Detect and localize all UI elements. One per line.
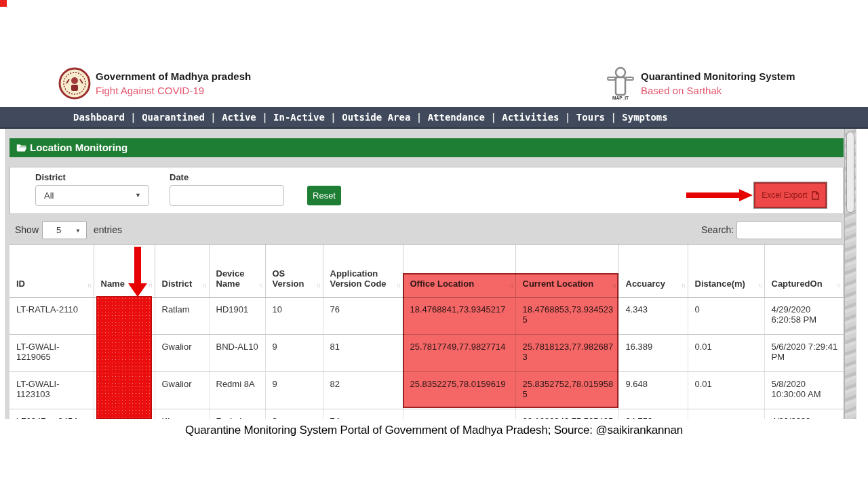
nav-separator: | [125, 112, 142, 123]
column-label: CapturedOn [772, 279, 823, 289]
caret-down-icon: ▼ [75, 222, 81, 239]
folder-open-icon [16, 143, 27, 152]
column-header-application-version-code[interactable]: Application Version Code↑↓ [323, 245, 403, 297]
cell-distance-m [688, 409, 764, 419]
sort-icon: ↑↓ [397, 282, 400, 289]
sort-icon: ↑↓ [612, 282, 616, 289]
site-title: Government of Madhya pradesh [96, 70, 251, 82]
annotation-arrow-down-shaft [134, 247, 141, 283]
column-header-os-version[interactable]: OS Version↑↓ [265, 245, 323, 297]
sort-icon: ↑↓ [259, 282, 262, 289]
cell-current-location: 22.1283949,75.5254352 [515, 409, 618, 419]
date-label: Date [170, 172, 189, 182]
excel-export-button[interactable]: Excel Export [754, 182, 827, 208]
annotation-name-column-redaction [96, 296, 152, 419]
column-label: Device Name [216, 268, 245, 289]
sort-icon: ↑↓ [758, 282, 762, 289]
column-header-office-location[interactable]: Office Location↑↓ [403, 245, 515, 297]
nav-item-attendance[interactable]: Attendance [428, 112, 485, 123]
search-input[interactable] [736, 221, 842, 239]
cell-id: LT-GWALI-1123103 [9, 371, 94, 409]
app-window: Government of Madhya pradesh Fight Again… [0, 0, 868, 488]
cell-application-version-code: 74 [323, 409, 403, 419]
cell-device-name: BND-AL10 [209, 334, 265, 371]
cell-accuarcy: 9.648 [618, 371, 688, 409]
column-header-district[interactable]: District↑↓ [155, 245, 209, 297]
entries-label: entries [94, 224, 122, 235]
nav-separator: | [256, 112, 273, 123]
column-label: Name [101, 279, 125, 289]
column-label: District [162, 279, 193, 289]
cell-current-location: 25.7818123,77.9826873 [515, 334, 618, 371]
cell-distance-m: 0 [688, 297, 764, 334]
caret-down-icon: ▼ [135, 186, 141, 205]
page-size-value: 5 [56, 225, 61, 235]
cell-application-version-code: 76 [323, 297, 403, 334]
district-select[interactable]: All ▼ [35, 185, 149, 206]
search-label: Search: [701, 224, 734, 235]
nav-item-tours[interactable]: Tours [576, 112, 605, 123]
page-size-select[interactable]: 5 ▼ [42, 221, 87, 239]
column-header-id[interactable]: ID↑↓ [9, 245, 94, 297]
cell-accuarcy: 4.343 [618, 297, 688, 334]
reset-button[interactable]: Reset [307, 186, 341, 205]
sort-icon: ↑↓ [837, 282, 840, 289]
sort-icon: ↑↓ [203, 282, 206, 289]
system-subtitle: Based on Sarthak [641, 85, 795, 96]
column-label: ID [16, 279, 25, 289]
cell-accuarcy: 24.759 [618, 409, 688, 419]
nav-item-outside-area[interactable]: Outside Area [342, 112, 410, 123]
svg-text:MAP_IT: MAP_IT [612, 96, 629, 100]
column-header-accuarcy[interactable]: Accuarcy↑↓ [618, 245, 688, 297]
district-label: District [35, 172, 66, 182]
column-header-device-name[interactable]: Device Name↑↓ [209, 245, 265, 297]
sort-icon: ↑↓ [87, 282, 91, 289]
nav-item-symptoms[interactable]: Symptoms [622, 112, 667, 123]
cell-application-version-code: 82 [323, 371, 403, 409]
column-header-distance-m[interactable]: Distance(m)↑↓ [688, 245, 764, 297]
nav-separator: | [559, 112, 576, 123]
system-title: Quarantined Monitoring System [641, 70, 795, 82]
column-label: Accuarcy [626, 279, 666, 289]
site-subtitle: Fight Against COVID-19 [96, 85, 251, 96]
column-header-capturedon[interactable]: CapturedOn↑↓ [764, 245, 843, 297]
column-label: Office Location [410, 279, 475, 289]
nav-item-in-active[interactable]: In-Active [273, 112, 325, 123]
nav-item-quarantined[interactable]: Quarantined [142, 112, 205, 123]
mp-government-emblem-logo [58, 67, 91, 100]
column-label: Current Location [523, 279, 594, 289]
sort-icon: ↑↓ [149, 282, 152, 289]
excel-export-label: Excel Export [762, 190, 807, 200]
cell-capturedon: 5/8/2020 10:30:00 AM [764, 371, 843, 409]
cell-os-version: 10 [265, 297, 323, 334]
nav-separator: | [205, 112, 222, 123]
cell-capturedon: 5/6/2020 7:29:41 PM [764, 334, 843, 371]
cell-district: Gwalior [155, 371, 209, 409]
cell-office-location: 25.7817749,77.9827714 [403, 334, 515, 371]
cell-device-name: Redmi [209, 409, 265, 419]
panel-title: Location Monitoring [30, 142, 127, 153]
nav-item-active[interactable]: Active [222, 112, 256, 123]
cell-accuarcy: 16.389 [618, 334, 688, 371]
cell-district: Gwalior [155, 334, 209, 371]
cell-current-location: 25.8352752,78.0159585 [515, 371, 618, 409]
cell-os-version: 9 [265, 334, 323, 371]
nav-separator: | [605, 112, 622, 123]
cell-id: b76947ca-8454 [9, 409, 94, 419]
column-label: Application Version Code [330, 268, 387, 289]
scrollbar-thumb[interactable] [846, 131, 854, 213]
cell-device-name: Redmi 8A [209, 371, 265, 409]
main-navigation: Dashboard | Quarantined | Active | In-Ac… [0, 107, 868, 129]
column-header-current-location[interactable]: Current Location↑↓ [515, 245, 618, 297]
district-selected-value: All [44, 190, 54, 201]
panel-header: Location Monitoring [9, 138, 844, 157]
cell-distance-m: 0.01 [688, 371, 764, 409]
vertical-scrollbar[interactable] [844, 129, 856, 419]
nav-item-dashboard[interactable]: Dashboard [73, 112, 125, 123]
date-input[interactable] [170, 185, 284, 206]
annotation-arrow-down-head [128, 283, 147, 297]
cell-office-location [403, 409, 515, 419]
show-label: Show [15, 224, 39, 235]
sort-icon: ↑↓ [317, 282, 320, 289]
nav-item-activities[interactable]: Activities [502, 112, 559, 123]
